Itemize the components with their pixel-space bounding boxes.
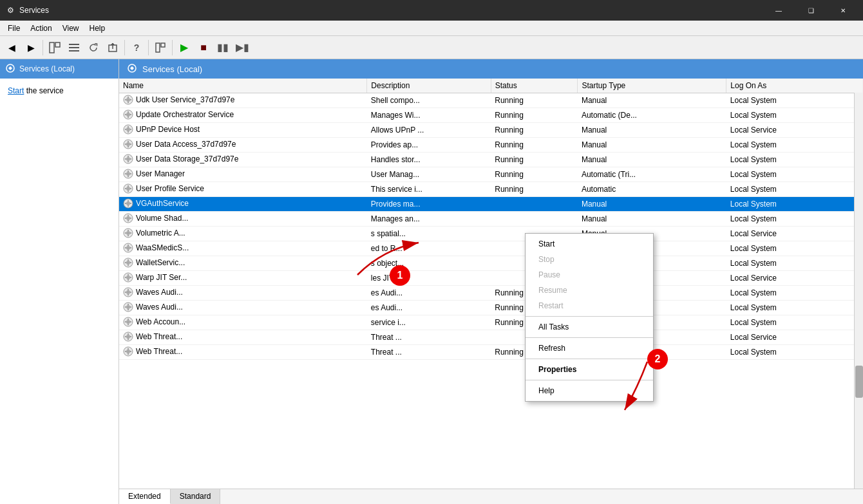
toolbar-back[interactable]: ◀ <box>3 39 21 57</box>
context-menu-item-refresh[interactable]: Refresh <box>526 341 653 356</box>
menu-file[interactable]: File <box>3 23 25 34</box>
maximize-button[interactable]: ❑ <box>796 0 826 21</box>
service-desc: User Manag... <box>367 167 491 182</box>
col-header-startup[interactable]: Startup Type <box>578 79 726 93</box>
right-panel: Services (Local) Name Description Status… <box>119 59 863 504</box>
service-status: Running <box>491 123 578 138</box>
svg-point-72 <box>126 246 130 250</box>
service-logon: Local Service <box>726 227 863 241</box>
tab-standard[interactable]: Standard <box>171 489 221 504</box>
table-row[interactable]: Waves Audi...es Audi...RunningAutomaticL… <box>119 286 863 301</box>
table-row[interactable]: Volumetric A...s spatial...ManualLocal S… <box>119 227 863 241</box>
table-row[interactable]: VGAuthServiceProvides ma...ManualLocal S… <box>119 197 863 212</box>
context-menu-item-help[interactable]: Help <box>526 383 653 398</box>
table-row[interactable]: WalletServic...s object...ManualLocal Sy… <box>119 256 863 271</box>
svg-point-117 <box>128 353 129 355</box>
service-logon: Local System <box>726 315 863 330</box>
svg-point-52 <box>125 188 126 189</box>
svg-rect-3 <box>69 47 79 48</box>
table-row[interactable]: Warp JIT Ser...les JIT c...Manual (Trigg… <box>119 271 863 286</box>
service-desc: ed to R... <box>367 241 491 256</box>
svg-point-12 <box>126 98 130 102</box>
table-row[interactable]: Waves Audi...es Audi...RunningAutomaticL… <box>119 301 863 315</box>
svg-point-37 <box>128 156 129 157</box>
left-panel-header: Services (Local) <box>0 59 119 79</box>
menu-action[interactable]: Action <box>25 23 57 34</box>
tab-extended[interactable]: Extended <box>119 489 171 504</box>
toolbar-export[interactable] <box>104 39 122 57</box>
svg-point-57 <box>128 205 129 207</box>
toolbar-pause[interactable]: ▮▮ <box>214 39 232 57</box>
table-row[interactable]: User Data Storage_37d7d97eHandles stor..… <box>119 153 863 167</box>
context-menu-item-properties[interactable]: Properties <box>526 362 653 377</box>
service-logon: Local System <box>726 167 863 182</box>
close-button[interactable]: ✕ <box>828 0 858 21</box>
svg-point-43 <box>128 171 129 172</box>
svg-point-106 <box>125 321 126 322</box>
table-row[interactable]: Update Orchestrator ServiceManages Wi...… <box>119 108 863 123</box>
service-logon: Local Service <box>726 123 863 138</box>
svg-point-96 <box>126 305 130 309</box>
service-desc: Threat ... <box>367 330 491 345</box>
toolbar-help[interactable]: ? <box>128 39 146 57</box>
svg-point-24 <box>126 127 130 131</box>
col-header-logon[interactable]: Log On As <box>726 79 863 93</box>
table-row[interactable]: Web Accoun...service i...RunningManualLo… <box>119 315 863 330</box>
table-row[interactable]: Web Threat...Threat ...Manual (Trigg...L… <box>119 330 863 345</box>
svg-point-70 <box>125 232 126 234</box>
svg-point-46 <box>125 173 126 174</box>
table-row[interactable]: User Profile ServiceThis service i...Run… <box>119 182 863 197</box>
service-desc: Allows UPnP ... <box>367 123 491 138</box>
service-desc: s spatial... <box>367 227 491 241</box>
scrollbar-thumb[interactable] <box>855 366 863 398</box>
svg-point-13 <box>128 97 129 98</box>
service-desc: les JIT c... <box>367 271 491 286</box>
toolbar-refresh[interactable] <box>84 39 102 57</box>
toolbar-show-hide[interactable] <box>46 39 64 57</box>
table-row[interactable]: WaaSMedicS...ed to R...ManualLocal Syste… <box>119 241 863 256</box>
svg-rect-2 <box>69 44 79 45</box>
toolbar-sep-4 <box>172 40 173 55</box>
table-row[interactable]: User Data Access_37d7d97eProvides ap...R… <box>119 138 863 153</box>
col-header-desc[interactable]: Description <box>367 79 491 93</box>
table-row[interactable]: UPnP Device HostAllows UPnP ...RunningMa… <box>119 123 863 138</box>
service-startup: Manual <box>578 138 726 153</box>
service-status: Running <box>491 153 578 167</box>
scrollbar-track[interactable] <box>854 79 863 489</box>
context-menu-item-start[interactable]: Start <box>526 236 653 252</box>
svg-point-42 <box>126 172 130 176</box>
menu-help[interactable]: Help <box>84 23 111 34</box>
toolbar-forward[interactable]: ▶ <box>22 39 40 57</box>
col-header-name[interactable]: Name <box>119 79 367 93</box>
table-row[interactable]: User ManagerUser Manag...RunningAutomati… <box>119 167 863 182</box>
svg-point-75 <box>128 250 129 251</box>
table-row[interactable]: Volume Shad...Manages an...ManualLocal S… <box>119 212 863 227</box>
service-logon: Local Service <box>726 271 863 286</box>
svg-point-14 <box>130 99 131 100</box>
minimize-button[interactable]: — <box>764 0 793 21</box>
context-menu-item-all-tasks[interactable]: All Tasks <box>526 319 653 335</box>
svg-point-112 <box>125 336 126 337</box>
start-service-link[interactable]: Start <box>8 86 24 95</box>
toolbar-play[interactable]: ▶ <box>175 39 193 57</box>
menu-view[interactable]: View <box>57 23 84 34</box>
col-header-status[interactable]: Status <box>491 79 578 93</box>
toolbar-stop[interactable]: ■ <box>194 39 213 57</box>
tabs-bar: Extended Standard <box>119 489 863 504</box>
service-name: Web Threat... <box>119 345 367 360</box>
svg-point-63 <box>128 220 129 221</box>
service-name: Warp JIT Ser... <box>119 271 367 286</box>
table-row[interactable]: Web Threat...Threat ...RunningAutomaticL… <box>119 345 863 360</box>
toolbar-step[interactable]: ▶▮ <box>233 39 251 57</box>
svg-point-118 <box>125 351 126 352</box>
toolbar-list[interactable] <box>65 39 83 57</box>
svg-point-16 <box>125 99 126 100</box>
svg-point-62 <box>130 218 131 219</box>
title-bar: ⚙ Services — ❑ ✕ <box>0 0 863 21</box>
context-menu-separator <box>526 359 653 359</box>
service-status: Running <box>491 93 578 108</box>
context-menu-separator <box>526 316 653 317</box>
svg-point-21 <box>128 117 129 118</box>
table-row[interactable]: Udk User Service_37d7d97eShell compo...R… <box>119 93 863 108</box>
toolbar-scope[interactable] <box>151 39 169 57</box>
